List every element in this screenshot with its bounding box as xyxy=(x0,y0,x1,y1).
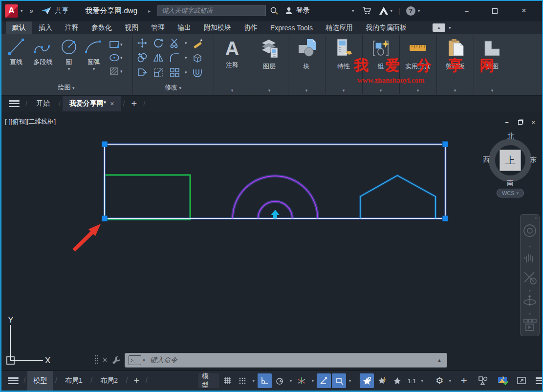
login-caret-icon[interactable]: ▾ xyxy=(352,8,354,13)
share-plane-icon[interactable] xyxy=(41,6,52,15)
command-bar[interactable]: >_ ▾ 键入命令 ▲ xyxy=(125,353,447,368)
quick-access-expand-icon[interactable]: » xyxy=(30,7,34,15)
new-tab-button[interactable]: + xyxy=(127,97,141,110)
viewcube-south[interactable]: 南 xyxy=(507,179,514,188)
explode-tool[interactable] xyxy=(192,52,203,64)
share-button[interactable]: 共享 xyxy=(55,6,68,15)
fillet-tool[interactable] xyxy=(169,52,180,64)
ribbon-minimize-caret-icon[interactable]: ▾ xyxy=(449,25,451,30)
model-tab[interactable]: 模型 xyxy=(27,371,53,391)
utilities-caret-icon[interactable]: ▾ xyxy=(399,88,436,93)
circle-tool[interactable]: 圆 ▾ xyxy=(58,36,80,71)
annotation-scale-value[interactable]: 1:1 xyxy=(406,373,418,388)
arc-tool-caret-icon[interactable]: ▾ xyxy=(93,66,95,71)
new-layout-button[interactable]: + xyxy=(130,373,143,388)
ribbon-minimize-button[interactable]: ▲ xyxy=(433,23,445,32)
panel-layers[interactable]: 图层 ▾ xyxy=(251,34,288,95)
stretch-tool[interactable] xyxy=(136,66,148,78)
scale-tool[interactable] xyxy=(152,66,164,78)
tab-collaborate[interactable]: 协作 xyxy=(238,22,264,34)
panel-block[interactable]: 块 ▾ xyxy=(288,34,325,95)
otrack-toggle[interactable] xyxy=(317,373,331,388)
panel-annotate[interactable]: A 注释 ▾ xyxy=(214,34,251,95)
help-icon[interactable]: ? xyxy=(406,6,415,16)
user-icon[interactable] xyxy=(284,6,293,15)
command-input[interactable]: 键入命令 xyxy=(150,356,437,365)
layout-menu-icon[interactable] xyxy=(8,377,19,384)
navbar-close-icon[interactable]: × xyxy=(521,215,539,221)
maximize-button[interactable] xyxy=(486,4,503,17)
array-tool[interactable] xyxy=(169,66,180,78)
showmotion-icon[interactable] xyxy=(521,316,539,334)
command-expand-icon[interactable]: ▲ xyxy=(436,357,442,363)
isodraft-toggle[interactable] xyxy=(295,373,309,388)
orbit-icon[interactable] xyxy=(521,293,539,310)
copy-tool[interactable] xyxy=(136,52,148,64)
navigation-wheel-icon[interactable] xyxy=(521,221,539,242)
arc-tool[interactable]: 圆弧 ▾ xyxy=(81,36,107,71)
trim-tool[interactable] xyxy=(169,37,180,49)
cart-icon[interactable] xyxy=(362,6,372,15)
osnap-caret-icon[interactable]: ▾ xyxy=(347,378,353,383)
viewport-controls[interactable]: [-][俯视][二维线框] xyxy=(5,117,56,126)
mirror-tool[interactable] xyxy=(152,52,164,64)
annotation-autoscale-toggle[interactable] xyxy=(375,373,389,388)
offset-tool[interactable] xyxy=(192,66,203,78)
tab-view[interactable]: 视图 xyxy=(118,22,145,34)
polar-toggle[interactable] xyxy=(273,373,287,388)
command-drag-handle[interactable] xyxy=(94,354,99,367)
annotation-monitor-button[interactable]: + xyxy=(457,373,471,388)
workspace-gear-icon[interactable]: ⚙ xyxy=(433,373,446,388)
orbit-caret-icon[interactable]: ▾ xyxy=(521,312,539,316)
search-icon[interactable] xyxy=(270,6,279,15)
title-caret-right-icon[interactable]: ▸ xyxy=(148,8,151,14)
hatch-tool[interactable]: ▾ xyxy=(109,65,131,78)
drawing-close-icon[interactable]: × xyxy=(528,118,539,126)
command-wrench-icon[interactable] xyxy=(111,355,122,366)
command-recent-caret-icon[interactable]: ▾ xyxy=(143,358,145,363)
annotation-visibility-toggle[interactable] xyxy=(360,373,374,388)
tab-my-panel[interactable]: 我的专属面板 xyxy=(359,22,413,34)
app-logo-icon[interactable]: A xyxy=(5,4,18,18)
circle-tool-caret-icon[interactable]: ▾ xyxy=(68,66,70,71)
autodesk-logo-icon[interactable] xyxy=(379,6,389,15)
block-caret-icon[interactable]: ▾ xyxy=(288,88,325,93)
osnap-toggle[interactable] xyxy=(332,373,346,388)
viewcube-west[interactable]: 西 xyxy=(483,155,490,164)
trim-caret-icon[interactable]: ▾ xyxy=(185,41,187,45)
tab-parametric[interactable]: 参数化 xyxy=(85,22,118,34)
file-tab-close-icon[interactable]: × xyxy=(110,100,114,108)
drawing-minimize-icon[interactable]: − xyxy=(501,118,512,126)
tab-insert[interactable]: 插入 xyxy=(32,22,59,34)
minimize-button[interactable]: − xyxy=(458,4,475,17)
close-button[interactable]: × xyxy=(516,4,532,17)
move-tool[interactable] xyxy=(136,37,148,49)
snap-caret-icon[interactable]: ▾ xyxy=(251,378,257,383)
viewcube-east[interactable]: 东 xyxy=(530,155,537,164)
help-caret-icon[interactable]: ▾ xyxy=(418,8,420,13)
tab-default[interactable]: 默认 xyxy=(6,22,32,34)
wcs-dropdown[interactable]: WCS▾ xyxy=(497,189,524,197)
tab-output[interactable]: 输出 xyxy=(171,22,197,34)
ellipse-tool[interactable]: ▾ xyxy=(109,51,131,65)
command-prompt-icon[interactable]: >_ xyxy=(129,355,141,365)
layout2-tab[interactable]: 布局2 xyxy=(94,371,124,391)
viewcube[interactable]: 北 西 东 上 南 WCS▾ xyxy=(487,132,534,200)
polar-caret-icon[interactable]: ▾ xyxy=(288,378,294,383)
rotate-tool[interactable] xyxy=(152,37,164,49)
drawing-canvas[interactable] xyxy=(1,111,542,370)
clean-screen-button[interactable] xyxy=(514,373,528,388)
drawing-restore-icon[interactable] xyxy=(515,118,525,126)
navwheel-caret-icon[interactable]: ▾ xyxy=(521,244,539,249)
autodesk-caret-icon[interactable]: ▾ xyxy=(391,8,393,13)
erase-tool[interactable] xyxy=(192,37,203,49)
rectangle-tool[interactable]: ▾ xyxy=(109,38,131,51)
view-caret-icon[interactable]: ▾ xyxy=(474,88,511,93)
draw-panel-label[interactable]: 绘图 ▾ xyxy=(0,83,132,92)
clipboard-caret-icon[interactable]: ▾ xyxy=(436,88,474,93)
fillet-caret-icon[interactable]: ▾ xyxy=(185,55,187,60)
snap-toggle[interactable] xyxy=(236,373,250,388)
annotation-scale-icon[interactable] xyxy=(391,373,405,388)
file-tab-menu-icon[interactable] xyxy=(9,100,20,107)
properties-caret-icon[interactable]: ▾ xyxy=(325,88,362,93)
